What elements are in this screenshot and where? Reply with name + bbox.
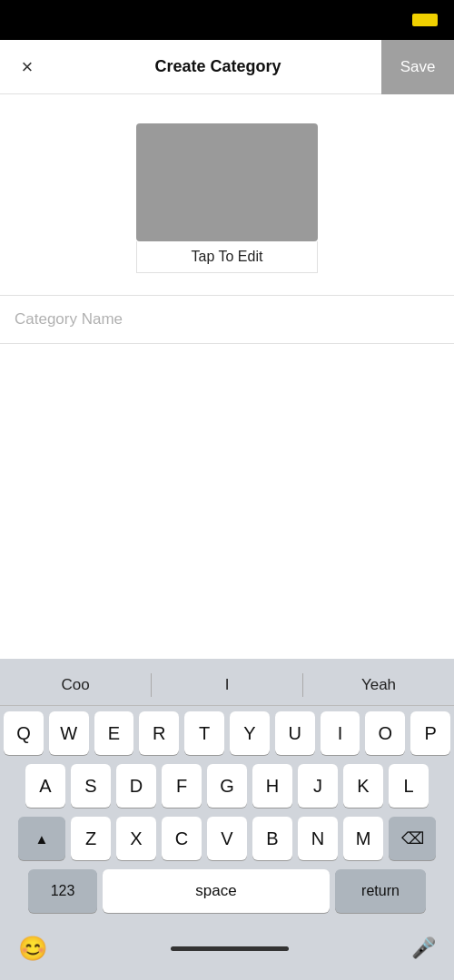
key-o[interactable]: O — [365, 711, 405, 755]
status-bar — [0, 0, 454, 40]
autocomplete-i[interactable]: I — [152, 664, 302, 706]
key-n[interactable]: N — [298, 817, 338, 860]
autocomplete-yeah[interactable]: Yeah — [303, 664, 454, 706]
key-s[interactable]: S — [71, 764, 111, 808]
emoji-icon[interactable]: 😊 — [18, 935, 47, 963]
image-placeholder[interactable] — [136, 123, 318, 241]
key-g[interactable]: G — [207, 764, 247, 808]
content-area: Tap To Edit — [0, 94, 454, 659]
save-button[interactable]: Save — [381, 40, 454, 94]
key-i[interactable]: I — [321, 711, 360, 755]
key-e[interactable]: E — [94, 711, 134, 755]
nav-bar: × Create Category Save — [0, 40, 454, 94]
key-a[interactable]: A — [25, 764, 65, 808]
numbers-key[interactable]: 123 — [28, 869, 97, 913]
key-row-1: Q W E R T Y U I O P — [4, 711, 450, 755]
key-y[interactable]: Y — [230, 711, 270, 755]
key-r[interactable]: R — [139, 711, 179, 755]
key-row-4: 123 space return — [4, 869, 450, 913]
key-row-3: ▲ Z X C V B N M ⌫ — [4, 817, 450, 860]
key-p[interactable]: P — [410, 711, 450, 755]
key-k[interactable]: K — [343, 764, 383, 808]
close-button[interactable]: × — [0, 55, 54, 79]
shift-key[interactable]: ▲ — [18, 817, 65, 860]
battery-icon — [412, 14, 438, 26]
delete-key[interactable]: ⌫ — [389, 817, 436, 860]
key-b[interactable]: B — [252, 817, 292, 860]
key-u[interactable]: U — [275, 711, 315, 755]
key-row-2: A S D F G H J K L — [4, 764, 450, 808]
category-name-input[interactable] — [15, 296, 439, 343]
tap-to-edit-label[interactable]: Tap To Edit — [136, 241, 318, 273]
key-v[interactable]: V — [207, 817, 247, 860]
bottom-bar: 😊 🎤 — [0, 926, 454, 980]
key-j[interactable]: J — [298, 764, 338, 808]
close-icon: × — [22, 55, 34, 79]
key-l[interactable]: L — [389, 764, 429, 808]
key-d[interactable]: D — [116, 764, 156, 808]
input-section — [0, 295, 454, 344]
image-placeholder-wrap: Tap To Edit — [136, 123, 318, 273]
key-x[interactable]: X — [116, 817, 156, 860]
key-t[interactable]: T — [184, 711, 224, 755]
autocomplete-bar: Coo I Yeah — [0, 664, 454, 706]
save-label: Save — [400, 58, 436, 76]
home-indicator — [171, 946, 289, 951]
key-rows: Q W E R T Y U I O P A S D F G H J K L — [0, 706, 454, 926]
keyboard: Coo I Yeah Q W E R T Y U I O P A S D F G… — [0, 659, 454, 980]
page-title: Create Category — [54, 57, 381, 76]
key-q[interactable]: Q — [4, 711, 44, 755]
mic-icon[interactable]: 🎤 — [411, 936, 436, 960]
autocomplete-coo[interactable]: Coo — [0, 664, 151, 706]
return-key[interactable]: return — [335, 869, 426, 913]
key-f[interactable]: F — [162, 764, 202, 808]
key-m[interactable]: M — [343, 817, 383, 860]
key-z[interactable]: Z — [71, 817, 111, 860]
key-w[interactable]: W — [49, 711, 89, 755]
key-c[interactable]: C — [162, 817, 202, 860]
key-h[interactable]: H — [252, 764, 292, 808]
space-key[interactable]: space — [103, 869, 330, 913]
